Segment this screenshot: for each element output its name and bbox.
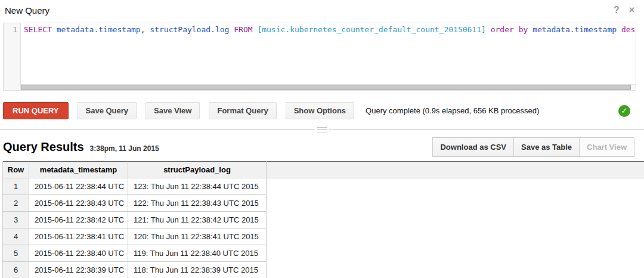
- help-icon[interactable]: ?: [614, 5, 620, 15]
- table-header-row: Row metadata_timestamp structPayload_log: [3, 162, 644, 178]
- sql-token: order: [491, 25, 514, 34]
- splitter-grip-icon[interactable]: [317, 125, 327, 134]
- header-filler: [267, 162, 644, 178]
- editor-horizontal-scrollbar[interactable]: [21, 84, 636, 90]
- save-as-table-button[interactable]: Save as Table: [513, 137, 580, 157]
- close-icon[interactable]: ×: [629, 5, 634, 15]
- filler-cell: [267, 228, 644, 245]
- query-code[interactable]: SELECT metadata.timestamp, structPayload…: [21, 23, 636, 90]
- table-row: 42015-06-11 22:38:41 UTC120: Thu Jun 11 …: [3, 228, 644, 245]
- line-number: 1: [13, 25, 17, 34]
- column-header-structpayload-log: structPayload_log: [128, 162, 267, 178]
- pane-splitter[interactable]: [0, 127, 644, 132]
- filler-cell: [267, 262, 644, 278]
- table-row: 52015-06-11 22:38:40 UTC119: Thu Jun 11 …: [3, 245, 644, 262]
- data-cell: 123: Thu Jun 11 22:38:44 UTC 2015: [128, 178, 267, 195]
- query-toolbar: RUN QUERY Save Query Save View Format Qu…: [3, 102, 634, 119]
- results-action-group: Download as CSV Save as Table Chart View: [433, 137, 634, 157]
- line-number-gutter: 1: [4, 23, 21, 90]
- sql-token: [514, 25, 519, 34]
- panel-header: New Query ? ×: [0, 0, 644, 18]
- chart-view-button: Chart View: [579, 137, 634, 157]
- row-number-cell: 3: [3, 212, 29, 228]
- save-view-button[interactable]: Save View: [145, 102, 200, 119]
- sql-token: [music.kubernetes_counter_default_count_…: [257, 25, 486, 34]
- table-row: 22015-06-11 22:38:43 UTC122: Thu Jun 11 …: [3, 195, 644, 212]
- page-title: New Query: [5, 5, 49, 16]
- data-cell: 118: Thu Jun 11 22:38:39 UTC 2015: [128, 262, 267, 278]
- row-number-cell: 2: [3, 195, 29, 212]
- table-row: 32015-06-11 22:38:42 UTC121: Thu Jun 11 …: [3, 212, 644, 228]
- filler-cell: [267, 195, 644, 212]
- results-table: Row metadata_timestamp structPayload_log…: [2, 161, 644, 278]
- data-cell: 120: Thu Jun 11 22:38:41 UTC 2015: [128, 228, 267, 245]
- data-cell: 122: Thu Jun 11 22:38:43 UTC 2015: [128, 195, 267, 212]
- query-status-text: Query complete (0.9s elapsed, 656 KB pro…: [366, 106, 539, 115]
- data-cell: 2015-06-11 22:38:42 UTC: [29, 212, 128, 228]
- sql-token: [486, 25, 491, 34]
- filler-cell: [267, 212, 644, 228]
- table-row: 12015-06-11 22:38:44 UTC123: Thu Jun 11 …: [3, 178, 644, 195]
- column-header-metadata-timestamp: metadata_timestamp: [29, 162, 128, 178]
- success-check-icon: ✓: [618, 105, 630, 117]
- column-header-row: Row: [3, 162, 29, 178]
- divider-line: [329, 129, 644, 130]
- sql-token: [528, 25, 532, 34]
- sql-token: [617, 25, 621, 34]
- sql-token: [52, 25, 57, 34]
- table-row: 62015-06-11 22:38:39 UTC118: Thu Jun 11 …: [3, 262, 644, 278]
- row-number-cell: 1: [3, 178, 29, 195]
- row-number-cell: 5: [3, 245, 29, 262]
- results-tbody: 12015-06-11 22:38:44 UTC123: Thu Jun 11 …: [3, 178, 644, 278]
- sql-token: structPayload.log: [150, 25, 229, 34]
- sql-token: SELECT: [24, 25, 52, 34]
- sql-token: metadata.timestamp: [57, 25, 141, 34]
- save-query-button[interactable]: Save Query: [78, 102, 137, 119]
- sql-token: FROM: [234, 25, 252, 34]
- data-cell: 2015-06-11 22:38:44 UTC: [29, 178, 128, 195]
- sql-token: by: [519, 25, 528, 34]
- data-cell: 2015-06-11 22:38:39 UTC: [29, 262, 128, 278]
- data-cell: 119: Thu Jun 11 22:38:40 UTC 2015: [128, 245, 267, 262]
- format-query-button[interactable]: Format Query: [209, 102, 276, 119]
- run-query-button[interactable]: RUN QUERY: [3, 102, 69, 119]
- download-as-csv-button[interactable]: Download as CSV: [432, 137, 514, 157]
- data-cell: 121: Thu Jun 11 22:38:42 UTC 2015: [128, 212, 267, 228]
- results-title: Query Results: [3, 140, 84, 154]
- sql-token: ,: [141, 25, 150, 34]
- filler-cell: [267, 178, 644, 195]
- sql-token: desc: [621, 25, 636, 34]
- results-header: Query Results 3:38pm, 11 Jun 2015 Downlo…: [3, 137, 634, 156]
- filler-cell: [267, 245, 644, 262]
- query-editor[interactable]: 1 SELECT metadata.timestamp, structPaylo…: [3, 23, 636, 91]
- sql-token: metadata.timestamp: [532, 25, 617, 34]
- divider-line: [0, 129, 315, 130]
- data-cell: 2015-06-11 22:38:41 UTC: [29, 228, 128, 245]
- results-timestamp: 3:38pm, 11 Jun 2015: [90, 144, 159, 153]
- row-number-cell: 4: [3, 228, 29, 245]
- data-cell: 2015-06-11 22:38:43 UTC: [29, 195, 128, 212]
- show-options-button[interactable]: Show Options: [286, 102, 354, 119]
- data-cell: 2015-06-11 22:38:40 UTC: [29, 245, 128, 262]
- scrollbar-thumb[interactable]: [21, 85, 631, 90]
- row-number-cell: 6: [3, 262, 29, 278]
